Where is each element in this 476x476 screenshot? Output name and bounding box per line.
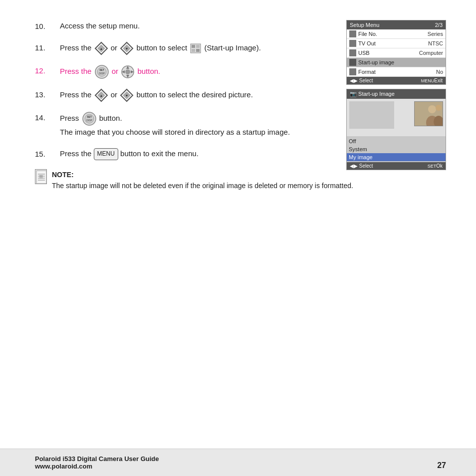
step-15-number: 15. bbox=[35, 148, 60, 160]
down-button-icon-13b: ▼ bbox=[120, 88, 134, 102]
usb-icon bbox=[349, 49, 356, 56]
svg-point-2 bbox=[436, 105, 442, 111]
usb-value: Computer bbox=[419, 50, 443, 56]
setup-footer-right: MENUExit bbox=[421, 78, 443, 83]
format-label: Format bbox=[358, 69, 434, 75]
up-button-icon-13a: ▲ bbox=[94, 88, 108, 102]
setup-row-startup: Start-up image bbox=[347, 58, 446, 67]
svg-text:SET: SET bbox=[87, 115, 92, 118]
startup-footer-right: SETOk bbox=[428, 163, 443, 169]
fileno-value: Series bbox=[428, 31, 443, 37]
set-disp-icon-12a: SET DISP bbox=[94, 64, 109, 79]
setup-menu-header: Setup Menu 2/3 bbox=[347, 20, 446, 29]
footer-line1: Polaroid i533 Digital Camera User Guide bbox=[35, 455, 159, 463]
step-14-number: 14. bbox=[35, 111, 60, 124]
page-footer: Polaroid i533 Digital Camera User Guide … bbox=[0, 449, 476, 476]
note-content: NOTE: The startup image will not be dele… bbox=[52, 169, 353, 192]
setup-footer-left: ◀▶ Select bbox=[350, 78, 373, 83]
option-off: Off bbox=[347, 137, 446, 145]
step-12-number: 12. bbox=[35, 64, 60, 77]
option-my-image: My image bbox=[347, 153, 446, 161]
menu-button-icon: MENU bbox=[94, 148, 118, 160]
photo-preview bbox=[414, 101, 443, 126]
camera-ui-panels: Setup Menu 2/3 File No. Series TV Out NT… bbox=[346, 20, 446, 170]
tvout-label: TV Out bbox=[358, 40, 426, 46]
startup-panel-footer: ◀▶ Select SETOk bbox=[347, 162, 446, 170]
step-13-number: 13. bbox=[35, 88, 60, 101]
svg-point-21 bbox=[125, 69, 130, 74]
startup-panel-body bbox=[347, 99, 446, 136]
step-11-number: 11. bbox=[35, 41, 60, 54]
svg-rect-36 bbox=[36, 171, 46, 184]
setup-menu-title: Setup Menu bbox=[350, 22, 379, 28]
step-14-line2: The image that you choose will stored in… bbox=[60, 128, 290, 136]
up-button-icon: ▲ bbox=[94, 41, 108, 55]
startup-footer-left: ◀▶ Select bbox=[350, 163, 373, 169]
note-section: NOTE: The startup image will not be dele… bbox=[35, 169, 446, 192]
startup-panel-header: 📷 Start-up Image bbox=[347, 89, 446, 99]
nav-icon-12b bbox=[121, 65, 135, 79]
tvout-value: NTSC bbox=[428, 40, 443, 46]
format-icon bbox=[349, 68, 356, 75]
svg-point-1 bbox=[428, 105, 436, 113]
setup-menu-page: 2/3 bbox=[435, 22, 443, 28]
svg-text:DISP: DISP bbox=[99, 72, 105, 75]
fileno-label: File No. bbox=[358, 31, 426, 37]
tv-icon bbox=[349, 40, 356, 47]
startup-image-panel: 📷 Start-up Image Off bbox=[346, 89, 446, 170]
svg-rect-12 bbox=[192, 45, 195, 48]
setup-row-tvout: TV Out NTSC bbox=[347, 39, 446, 48]
svg-rect-13 bbox=[196, 45, 200, 48]
page-number: 27 bbox=[437, 461, 446, 470]
footer-text-block: Polaroid i533 Digital Camera User Guide … bbox=[35, 455, 159, 470]
svg-text:▲: ▲ bbox=[99, 47, 103, 50]
footer-line2: www.polaroid.com bbox=[35, 463, 159, 470]
set-disp-icon-14: SET DISP bbox=[82, 111, 97, 126]
svg-rect-14 bbox=[192, 49, 195, 52]
down-button-icon: ▼ bbox=[120, 41, 134, 55]
note-title: NOTE: bbox=[52, 171, 74, 179]
step-10-number: 10. bbox=[35, 20, 60, 32]
note-text: The startup image will not be deleted ev… bbox=[52, 182, 353, 190]
setup-row-format: Format No bbox=[347, 67, 446, 77]
format-value: No bbox=[436, 69, 443, 75]
setup-menu-footer: ◀▶ Select MENUExit bbox=[347, 77, 446, 84]
svg-text:▼: ▼ bbox=[125, 47, 129, 50]
step-14-line1: Press SET DISP button. bbox=[60, 114, 122, 122]
options-container: Off System My image bbox=[347, 136, 446, 162]
startup-panel-title: 📷 Start-up Image bbox=[350, 91, 395, 97]
usb-label: USB bbox=[358, 50, 417, 56]
startup-label: Start-up image bbox=[358, 59, 441, 65]
setup-row-fileno: File No. Series bbox=[347, 29, 446, 39]
startup-icon bbox=[349, 59, 356, 66]
svg-text:▲: ▲ bbox=[99, 94, 103, 97]
file-icon bbox=[349, 30, 356, 37]
note-icon bbox=[35, 169, 47, 184]
setup-menu-panel: Setup Menu 2/3 File No. Series TV Out NT… bbox=[346, 20, 446, 85]
svg-text:SET: SET bbox=[99, 68, 104, 71]
svg-rect-15 bbox=[196, 49, 200, 52]
setup-row-usb: USB Computer bbox=[347, 48, 446, 58]
option-system: System bbox=[347, 145, 446, 153]
svg-text:▼: ▼ bbox=[125, 94, 129, 97]
startup-menu-icon bbox=[190, 43, 201, 53]
svg-text:DISP: DISP bbox=[86, 119, 92, 122]
